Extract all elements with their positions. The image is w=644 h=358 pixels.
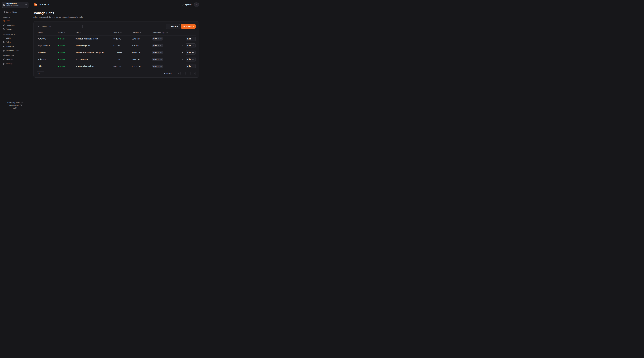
edit-button[interactable]: Edit — [186, 43, 196, 48]
sidebar-item-sites[interactable]: Sites — [2, 18, 28, 23]
data-out-cell: 141.68 GB — [131, 51, 151, 53]
brand[interactable]: PANGOLIN — [34, 2, 49, 7]
column-label: Name — [38, 32, 43, 34]
org-switcher-text: Organization milo@fossorial.io's ... — [6, 3, 24, 7]
chevron-down-icon — [41, 73, 43, 74]
topbar-right: System M — [182, 2, 199, 7]
chevrons-right-icon — [193, 73, 195, 74]
last-page-button[interactable] — [192, 72, 196, 75]
nav-section-heading: ACCESS CONTROL — [2, 33, 28, 35]
row-menu-button[interactable] — [182, 38, 184, 40]
site-id-cell: smug-brown-rat — [74, 58, 112, 60]
column-header-name[interactable]: Name — [37, 32, 57, 34]
users-icon — [2, 41, 5, 43]
sidebar-item-roles[interactable]: Roles — [2, 40, 28, 44]
theme-toggle[interactable]: System — [182, 3, 192, 6]
connection-type-badge: Newtv1.3.2 — [152, 44, 164, 47]
previous-page-button[interactable] — [182, 72, 186, 75]
sidebar-item-settings[interactable]: Settings — [2, 61, 28, 66]
documentation-label: Documentation — [9, 104, 19, 106]
sidebar-item-label: Resources — [6, 24, 14, 26]
column-header-data-out[interactable]: Data Out — [131, 32, 151, 34]
search-input[interactable] — [42, 25, 81, 27]
pagination-buttons — [177, 72, 196, 75]
row-menu-button[interactable] — [182, 58, 184, 60]
add-site-button[interactable]: Add Site — [181, 24, 196, 29]
sidebar-item-server-admin[interactable]: Server Admin — [2, 10, 28, 14]
page-header: Manage Sites Allow connectivity to your … — [34, 11, 199, 18]
page-size-select[interactable]: 20 — [37, 71, 44, 75]
sidebar: Organization milo@fossorial.io's ... Ser… — [0, 0, 30, 111]
sidebar-item-label: Settings — [6, 63, 12, 65]
sidebar-item-invitations[interactable]: Invitations — [2, 44, 28, 48]
row-menu-button[interactable] — [182, 65, 184, 67]
edit-button[interactable]: Edit — [186, 64, 196, 68]
site-id-cell: vivacious-little-blue-penguin — [74, 38, 112, 40]
edit-button[interactable]: Edit — [186, 50, 196, 55]
row-menu-button[interactable] — [182, 51, 184, 54]
first-page-button[interactable] — [177, 72, 180, 75]
data-out-cell: 52.02 MB — [131, 38, 151, 40]
version-label: v1.7.0 — [13, 107, 17, 109]
column-header-data-in[interactable]: Data In — [112, 32, 131, 34]
refresh-button[interactable]: Refresh — [166, 24, 180, 29]
connection-type-badge: Newtv1.3.2 — [152, 37, 164, 40]
column-header-online[interactable]: Online — [57, 32, 74, 34]
online-status-label: Online — [60, 65, 65, 67]
edit-label: Edit — [188, 38, 191, 40]
nav-section-heading: GENERAL — [2, 16, 28, 18]
online-status-dot — [58, 59, 59, 60]
sidebar-scrollbar[interactable] — [30, 51, 30, 57]
row-menu-button[interactable] — [182, 45, 184, 47]
sort-icon — [166, 32, 168, 33]
sidebar-item-label: Domains — [6, 28, 13, 30]
online-status-label: Online — [60, 38, 65, 40]
data-out-cell: 780.12 GB — [131, 65, 151, 67]
data-in-cell: 5.00 MB — [112, 45, 131, 47]
column-header-connection-type[interactable]: Connection Type — [151, 32, 176, 34]
sort-icon — [80, 32, 81, 33]
arrow-right-icon — [192, 45, 194, 47]
theme-label: System — [185, 3, 192, 6]
connection-type-badge: Newtv1.3.2 — [152, 58, 164, 61]
community-edition-link[interactable]: Community Edition — [8, 102, 23, 104]
site-name-cell: Jeff's Laptop — [37, 58, 57, 60]
column-header-site[interactable]: Site — [74, 32, 112, 34]
org-subtitle: milo@fossorial.io's ... — [6, 5, 24, 7]
online-status-cell: Online — [57, 51, 74, 53]
online-status-cell: Online — [57, 38, 74, 40]
sidebar-item-label: Invitations — [6, 45, 14, 47]
sidebar-item-resources[interactable]: Resources — [2, 23, 28, 27]
site-name-cell: AWS VPC — [37, 38, 57, 40]
sidebar-item-label: Roles — [6, 41, 10, 43]
online-status-dot — [58, 45, 59, 46]
sidebar-item-shareable-links[interactable]: Shareable Links — [2, 48, 28, 53]
user-avatar[interactable]: M — [194, 2, 199, 7]
book-open-icon — [20, 104, 22, 106]
chevrons-left-icon — [178, 73, 180, 74]
sidebar-item-api-keys[interactable]: API Keys — [2, 57, 28, 61]
row-actions: Edit — [182, 37, 196, 41]
sidebar-item-domains[interactable]: Domains — [2, 27, 28, 31]
search-box[interactable] — [37, 24, 82, 29]
sort-icon — [44, 32, 45, 33]
brand-name: PANGOLIN — [39, 4, 49, 6]
page-title: Manage Sites — [34, 11, 199, 15]
documentation-link[interactable]: Documentation — [9, 104, 22, 106]
table-footer: 20 Page 1 of 1 — [37, 71, 196, 75]
edit-button[interactable]: Edit — [186, 57, 196, 61]
server-icon — [2, 11, 5, 13]
org-switcher[interactable]: Organization milo@fossorial.io's ... — [2, 2, 28, 8]
table-header-row: NameOnlineSiteData InData OutConnection … — [37, 30, 196, 35]
refresh-icon — [168, 25, 170, 27]
next-page-button[interactable] — [187, 72, 190, 75]
data-in-cell: 534.98 GB — [112, 65, 131, 67]
sidebar-item-label: Users — [6, 37, 11, 39]
sidebar-item-users[interactable]: Users — [2, 36, 28, 40]
edit-button[interactable]: Edit — [186, 37, 196, 41]
table-row: Home LabOnlinedead-san-joaquin-antelope-… — [37, 49, 196, 56]
arrow-right-icon — [192, 58, 194, 60]
ellipsis-icon — [182, 65, 184, 67]
data-in-cell: 12.65 GB — [112, 58, 131, 60]
connection-type-cell: Newtv1.3.2 — [151, 44, 176, 47]
